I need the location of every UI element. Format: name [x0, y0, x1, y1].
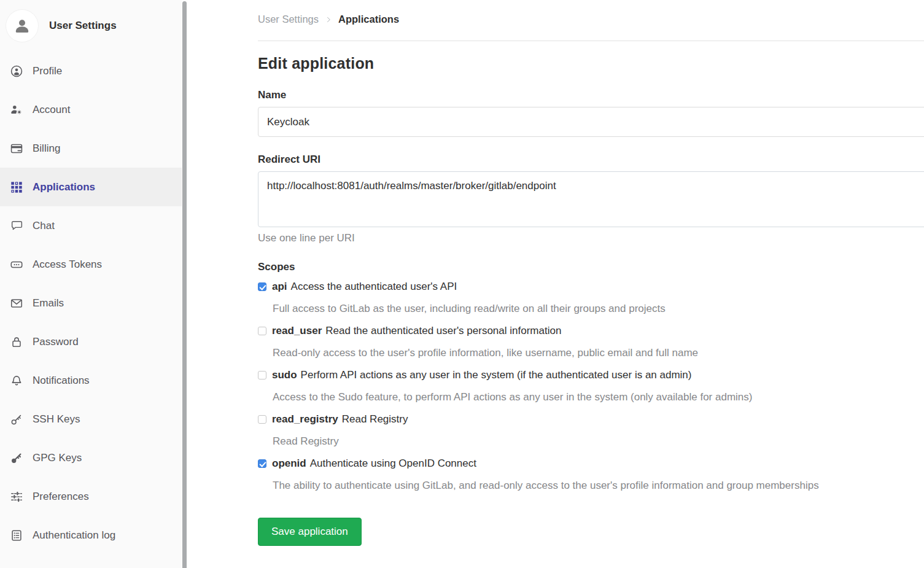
name-label: Name [258, 89, 924, 101]
scope-name: api [272, 276, 287, 298]
sidebar-scrollbar [182, 0, 187, 568]
scope-read-registry[interactable]: read_registry Read Registry [258, 408, 924, 430]
scope-api[interactable]: api Access the authenticated user's API [258, 276, 924, 298]
sidebar-item-chat[interactable]: Chat [0, 206, 182, 245]
sidebar-item-label: Access Tokens [33, 259, 102, 271]
scope-title: Read Registry [342, 408, 408, 430]
sidebar-item-label: Account [33, 104, 70, 116]
sidebar-item-gpg-keys[interactable]: GPG Keys [0, 438, 182, 477]
sidebar-item-profile[interactable]: Profile [0, 52, 182, 90]
applications-icon [10, 181, 23, 194]
breadcrumb-applications: Applications [338, 14, 399, 25]
settings-sidebar: User Settings Profile Account Billing Ap… [0, 0, 182, 568]
sidebar-item-label: Chat [33, 220, 55, 232]
access-tokens-icon [10, 258, 23, 271]
name-input[interactable] [258, 107, 924, 137]
notifications-icon [10, 374, 23, 387]
scope-sudo-help: Access to the Sudo feature, to perform A… [258, 386, 924, 408]
breadcrumb-divider [258, 41, 924, 41]
sidebar-item-label: Authentication log [33, 529, 115, 542]
preferences-icon [10, 490, 23, 504]
scope-title: Authenticate using OpenID Connect [310, 453, 476, 475]
scope-read-user-checkbox[interactable] [258, 327, 266, 335]
scope-read-user[interactable]: read_user Read the authenticated user's … [258, 320, 924, 342]
scope-sudo-checkbox[interactable] [258, 371, 266, 379]
scope-read-registry-checkbox[interactable] [258, 415, 266, 424]
account-icon [10, 103, 23, 117]
sidebar-item-label: Billing [33, 142, 60, 155]
scope-read-registry-help: Read Registry [258, 430, 924, 453]
profile-icon [10, 64, 23, 78]
scope-name: openid [272, 453, 306, 475]
breadcrumb-user-settings[interactable]: User Settings [258, 14, 319, 25]
save-application-button[interactable]: Save application [258, 518, 362, 546]
sidebar-item-applications[interactable]: Applications [0, 168, 182, 206]
scope-api-help: Full access to GitLab as the user, inclu… [258, 298, 924, 320]
user-avatar [6, 10, 38, 42]
edit-application-page: User Settings Applications Edit applicat… [187, 0, 924, 568]
scope-name: read_user [272, 320, 322, 342]
sidebar-item-notifications[interactable]: Notifications [0, 361, 182, 400]
scope-name: sudo [272, 364, 297, 386]
redirect-uri-label: Redirect URI [258, 154, 924, 166]
scope-title: Read the authenticated user's personal i… [325, 320, 561, 342]
scopes-list: api Access the authenticated user's API … [258, 276, 924, 497]
scope-openid-help: The ability to authenticate using GitLab… [258, 475, 924, 497]
sidebar-item-account[interactable]: Account [0, 90, 182, 129]
sidebar-item-ssh-keys[interactable]: SSH Keys [0, 400, 182, 438]
sidebar-item-label: Profile [33, 65, 62, 77]
breadcrumb: User Settings Applications [258, 14, 924, 25]
sidebar-title: User Settings [49, 20, 117, 32]
scope-sudo[interactable]: sudo Perform API actions as any user in … [258, 364, 924, 386]
sidebar-item-label: Preferences [33, 491, 89, 503]
scope-read-user-help: Read-only access to the user's profile i… [258, 342, 924, 364]
password-icon [10, 335, 23, 349]
scope-name: read_registry [272, 408, 338, 430]
gpg-keys-icon [10, 451, 23, 465]
sidebar-item-emails[interactable]: Emails [0, 284, 182, 322]
sidebar-item-authentication-log[interactable]: Authentication log [0, 516, 182, 554]
page-title: Edit application [258, 55, 924, 72]
billing-icon [10, 142, 23, 155]
sidebar-item-billing[interactable]: Billing [0, 129, 182, 168]
redirect-uri-textarea[interactable]: http://localhost:8081/auth/realms/master… [258, 171, 924, 227]
sidebar-item-access-tokens[interactable]: Access Tokens [0, 245, 182, 284]
scope-title: Access the authenticated user's API [291, 276, 457, 298]
sidebar-item-label: Applications [33, 181, 95, 193]
scope-openid[interactable]: openid Authenticate using OpenID Connect [258, 453, 924, 475]
sidebar-item-partial[interactable] [0, 554, 182, 568]
redirect-uri-help: Use one line per URI [258, 232, 924, 244]
scopes-label: Scopes [258, 261, 924, 273]
emails-icon [10, 297, 23, 310]
sidebar-nav: Profile Account Billing Applications Cha… [0, 52, 182, 568]
ssh-keys-icon [10, 413, 23, 426]
authentication-log-icon [10, 529, 23, 542]
sidebar-item-label: Emails [33, 297, 64, 309]
sidebar-header: User Settings [0, 0, 182, 52]
sidebar-item-password[interactable]: Password [0, 322, 182, 361]
sidebar-item-label: SSH Keys [33, 413, 80, 426]
sidebar-item-preferences[interactable]: Preferences [0, 477, 182, 516]
scope-api-checkbox[interactable] [258, 282, 266, 291]
chat-icon [10, 219, 23, 233]
scope-title: Perform API actions as any user in the s… [301, 364, 692, 386]
scope-openid-checkbox[interactable] [258, 459, 266, 468]
scrollbar-thumb[interactable] [182, 1, 187, 568]
sidebar-item-label: Password [33, 336, 79, 348]
person-icon [12, 15, 33, 36]
breadcrumb-chevron-icon [324, 15, 333, 24]
sidebar-item-label: Notifications [33, 375, 90, 387]
sidebar-item-label: GPG Keys [33, 452, 82, 464]
